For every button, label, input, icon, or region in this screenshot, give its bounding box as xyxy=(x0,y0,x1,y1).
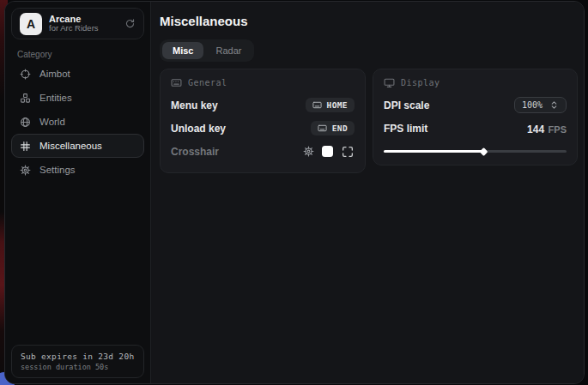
tab-radar[interactable]: Radar xyxy=(205,42,252,59)
crosshair-color-swatch[interactable] xyxy=(322,146,333,157)
sidebar-item-label: World xyxy=(39,117,65,127)
page-title: Miscellaneous xyxy=(160,14,248,28)
sidebar-item-miscellaneous[interactable]: Miscellaneous xyxy=(11,134,144,158)
globe-icon xyxy=(20,117,31,128)
monitor-icon xyxy=(384,77,395,88)
sidebar: A Arcane for Arc Riders Category xyxy=(5,2,151,383)
tab-bar: Misc Radar xyxy=(160,39,254,62)
crosshair-row: Crosshair xyxy=(171,140,355,163)
menu-key-row: Menu key HOME xyxy=(171,93,355,117)
sidebar-nav: Aimbot Entities xyxy=(11,62,144,182)
general-card-header: General xyxy=(171,77,355,88)
fps-limit-slider[interactable] xyxy=(384,147,567,155)
slider-fill xyxy=(384,150,482,153)
display-card: Display DPI scale 100% xyxy=(373,69,578,165)
grid-icon xyxy=(20,141,31,152)
menu-key-bind-button[interactable]: HOME xyxy=(306,98,355,112)
dpi-scale-label: DPI scale xyxy=(384,99,429,111)
crosshair-icon xyxy=(20,69,31,80)
sidebar-item-settings[interactable]: Settings xyxy=(11,158,144,182)
sidebar-item-entities[interactable]: Entities xyxy=(11,86,144,110)
keyboard-icon xyxy=(312,100,322,110)
crosshair-preview-frame-icon[interactable] xyxy=(341,145,355,159)
fps-limit-value-group: 144 FPS xyxy=(527,121,567,136)
slider-thumb[interactable] xyxy=(480,147,488,156)
crosshair-label: Crosshair xyxy=(171,146,219,158)
display-card-title: Display xyxy=(401,78,440,87)
fps-limit-label: FPS limit xyxy=(384,123,427,135)
fps-limit-unit: FPS xyxy=(549,124,567,135)
settings-cards: General Menu key HOME xyxy=(160,69,578,173)
gear-icon xyxy=(20,165,31,176)
keyboard-icon xyxy=(171,77,182,88)
category-label: Category xyxy=(17,50,52,59)
fps-limit-value: 144 xyxy=(527,123,544,135)
general-card: General Menu key HOME xyxy=(160,69,366,173)
boxes-icon xyxy=(20,93,31,104)
session-duration-text: session duration 50s xyxy=(21,363,135,371)
crosshair-controls xyxy=(303,145,355,159)
chevrons-up-down-icon xyxy=(549,100,559,110)
sidebar-item-world[interactable]: World xyxy=(11,110,144,134)
sidebar-item-aimbot[interactable]: Aimbot xyxy=(11,62,144,86)
fps-limit-row: FPS limit 144 FPS xyxy=(384,117,567,140)
unload-key-label: Unload key xyxy=(171,123,226,135)
sidebar-item-label: Miscellaneous xyxy=(39,141,102,151)
sub-expiry-text: Sub expires in 23d 20h xyxy=(21,352,135,361)
sidebar-item-label: Settings xyxy=(39,165,76,175)
app-logo: A xyxy=(20,13,42,35)
app-logo-card: A Arcane for Arc Riders xyxy=(11,8,144,39)
main-content: Miscellaneous Misc Radar Gene xyxy=(151,2,584,383)
refresh-icon[interactable] xyxy=(124,18,136,29)
unload-key-row: Unload key END xyxy=(171,117,355,140)
dpi-scale-select[interactable]: 100% xyxy=(514,97,567,113)
keyboard-icon xyxy=(318,123,327,133)
menu-key-value: HOME xyxy=(327,100,348,110)
dpi-scale-value: 100% xyxy=(522,100,543,110)
unload-key-bind-button[interactable]: END xyxy=(311,121,355,135)
app-subtitle: for Arc Riders xyxy=(49,24,99,33)
menu-key-label: Menu key xyxy=(171,99,218,111)
sidebar-item-label: Entities xyxy=(39,93,72,103)
app-logo-text: Arcane for Arc Riders xyxy=(49,14,99,34)
crosshair-settings-gear-icon[interactable] xyxy=(303,146,314,157)
tab-misc[interactable]: Misc xyxy=(162,42,203,59)
screen: A Arcane for Arc Riders Category xyxy=(0,0,588,385)
dpi-scale-row: DPI scale 100% xyxy=(384,93,567,117)
general-card-title: General xyxy=(188,78,227,87)
unload-key-value: END xyxy=(332,123,348,133)
display-card-header: Display xyxy=(384,77,567,88)
subscription-info: Sub expires in 23d 20h session duration … xyxy=(11,345,144,378)
app-window: A Arcane for Arc Riders Category xyxy=(4,1,585,384)
sidebar-item-label: Aimbot xyxy=(39,69,70,79)
